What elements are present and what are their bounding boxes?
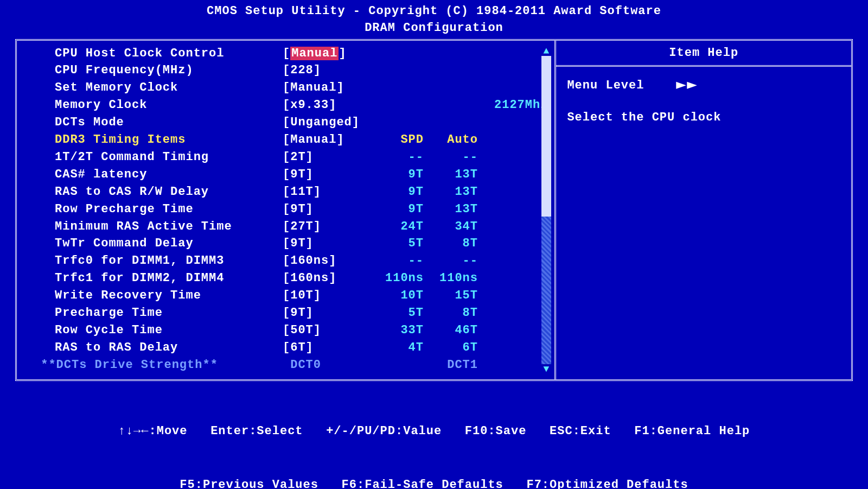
setting-row[interactable]: CPU Host Clock Control[Manual] [55,45,548,62]
setting-label: Trfc0 for DIMM1, DIMM3 [55,252,283,270]
setting-label: RAS to CAS R/W Delay [55,183,283,201]
setting-spd: -- [369,252,424,270]
setting-label: 1T/2T Command Timing [55,149,283,166]
setting-value[interactable]: [50T] [283,322,369,339]
menu-level-label: Menu Level [567,79,644,92]
setting-auto: 13T [424,201,478,218]
setting-label: CPU Frequency(MHz) [55,62,283,79]
setting-row[interactable]: RAS to CAS R/W Delay[11T]9T13T [55,183,548,201]
setting-spd: 9T [369,201,424,218]
setting-value[interactable]: [9T] [283,201,369,218]
scrollbar-track [541,217,551,364]
setting-label: Row Precharge Time [55,201,283,218]
setting-auto: 8T [424,235,478,252]
setting-auto: 34T [424,218,478,236]
setting-auto: Auto [424,131,478,149]
scrollbar[interactable]: ▲ ▼ [541,46,551,374]
setting-value[interactable]: [10T] [283,287,369,304]
menu-level: Menu Level ▶▶ [567,74,840,97]
setting-spd: 33T [369,322,424,339]
setting-row[interactable]: Set Memory Clock[Manual] [55,79,548,97]
setting-spd: 9T [369,166,424,183]
setting-value[interactable]: [228] [283,62,369,79]
setting-label: DCTs Mode [55,114,283,131]
settings-panel: CPU Host Clock Control[Manual]CPU Freque… [17,41,556,379]
setting-value[interactable]: [160ns] [283,252,369,270]
bios-title: CMOS Setup Utility - Copyright (C) 1984-… [0,3,868,20]
setting-label: Precharge Time [55,304,283,322]
setting-value[interactable]: [6T] [283,339,369,357]
setting-value[interactable]: [11T] [283,183,369,201]
setting-value[interactable]: [Unganged] [283,114,369,131]
setting-label: DDR3 Timing Items [55,131,283,149]
setting-row[interactable]: TwTr Command Delay[9T]5T8T [55,235,548,252]
setting-row[interactable]: RAS to RAS Delay[6T]4T6T [55,339,548,357]
setting-value[interactable]: [9T] [283,235,369,252]
setting-row: **DCTs Drive Strength** DCT0DCT1 [55,357,548,374]
menu-level-arrows-icon: ▶▶ [676,74,698,97]
setting-label: CAS# latency [55,166,283,183]
setting-auto: 8T [424,304,478,322]
setting-row[interactable]: Minimum RAS Active Time[27T]24T34T [55,218,548,236]
setting-auto: 13T [424,166,478,183]
setting-label: Row Cycle Time [55,322,283,339]
setting-value[interactable]: [x9.33] [283,97,369,114]
setting-extra: 2127Mhz [494,97,548,114]
setting-auto: 6T [424,339,478,357]
setting-auto: 110ns [424,270,478,287]
scroll-down-icon[interactable]: ▼ [541,364,551,374]
footer-line-2: F5:Previous Values F6:Fail-Safe Defaults… [0,476,868,489]
setting-label: TwTr Command Delay [55,235,283,252]
setting-label: **DCTs Drive Strength** [33,357,283,374]
setting-spd: 10T [369,287,424,304]
setting-auto: -- [424,252,478,270]
setting-value: DCT0 [283,357,369,374]
footer-hints: ↑↓→←:Move Enter:Select +/-/PU/PD:Value F… [0,381,868,489]
setting-row[interactable]: Trfc1 for DIMM2, DIMM4[160ns]110ns110ns [55,270,548,287]
setting-row[interactable]: Row Precharge Time[9T]9T13T [55,201,548,218]
setting-row[interactable]: Precharge Time[9T]5T8T [55,304,548,322]
setting-row[interactable]: CAS# latency[9T]9T13T [55,166,548,183]
bios-header: CMOS Setup Utility - Copyright (C) 1984-… [0,0,868,39]
setting-value[interactable]: [Manual] [283,131,369,149]
setting-label: Minimum RAS Active Time [55,218,283,236]
setting-label: RAS to RAS Delay [55,339,283,357]
setting-label: Memory Clock [55,97,283,114]
setting-value[interactable]: [9T] [283,166,369,183]
setting-value[interactable]: [27T] [283,218,369,236]
setting-label: CPU Host Clock Control [55,45,283,62]
setting-spd: 5T [369,304,424,322]
setting-value[interactable]: [160ns] [283,270,369,287]
footer-line-1: ↑↓→←:Move Enter:Select +/-/PU/PD:Value F… [0,422,868,440]
setting-row[interactable]: Trfc0 for DIMM1, DIMM3[160ns]---- [55,252,548,270]
setting-row[interactable]: 1T/2T Command Timing[2T]---- [55,149,548,166]
setting-auto: DCT1 [424,357,478,374]
setting-row[interactable]: Write Recovery Time[10T]10T15T [55,287,548,304]
setting-auto: 13T [424,183,478,201]
bios-frame: CPU Host Clock Control[Manual]CPU Freque… [15,39,853,381]
setting-row[interactable]: DCTs Mode[Unganged] [55,114,548,131]
setting-spd: 9T [369,183,424,201]
setting-spd: 110ns [369,270,424,287]
setting-row[interactable]: CPU Frequency(MHz)[228] [55,62,548,79]
setting-spd: 4T [369,339,424,357]
setting-spd: -- [369,149,424,166]
setting-row[interactable]: Row Cycle Time[50T]33T46T [55,322,548,339]
setting-auto: 46T [424,322,478,339]
setting-label: Trfc1 for DIMM2, DIMM4 [55,270,283,287]
setting-value[interactable]: [2T] [283,149,369,166]
setting-label: Set Memory Clock [55,79,283,97]
help-panel: Item Help Menu Level ▶▶ Select the CPU c… [556,41,851,379]
setting-row[interactable]: DDR3 Timing Items[Manual] SPD Auto [55,131,548,149]
setting-spd: 5T [369,235,424,252]
setting-value[interactable]: [9T] [283,304,369,322]
setting-spd: SPD [369,131,424,149]
help-description: Select the CPU clock [567,106,840,129]
setting-row[interactable]: Memory Clock[x9.33]2127Mhz [55,97,548,114]
setting-value[interactable]: [Manual] [283,45,369,62]
bios-subtitle: DRAM Configuration [0,20,868,37]
setting-auto: -- [424,149,478,166]
setting-value[interactable]: [Manual] [283,79,369,97]
scrollbar-thumb[interactable] [541,56,551,217]
scroll-up-icon[interactable]: ▲ [541,46,551,56]
